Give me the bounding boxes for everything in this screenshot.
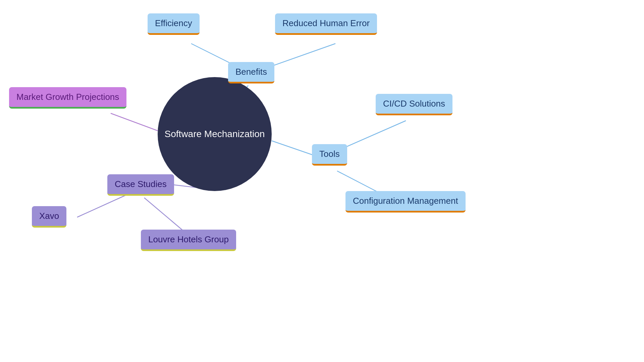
svg-line-3: [111, 113, 158, 131]
ci-cd-label: CI/CD Solutions: [383, 99, 445, 109]
benefits-node[interactable]: Benefits: [228, 62, 274, 83]
efficiency-label: Efficiency: [155, 18, 192, 28]
case-studies-node[interactable]: Case Studies: [107, 174, 174, 196]
market-growth-label: Market Growth Projections: [16, 92, 119, 102]
ci-cd-node[interactable]: CI/CD Solutions: [376, 94, 452, 115]
louvre-node[interactable]: Louvre Hotels Group: [141, 230, 236, 251]
reduced-human-error-node[interactable]: Reduced Human Error: [275, 13, 377, 35]
svg-line-5: [337, 121, 406, 151]
tools-node[interactable]: Tools: [312, 144, 347, 166]
market-growth-node[interactable]: Market Growth Projections: [9, 87, 126, 109]
xavo-node[interactable]: Xavo: [32, 206, 66, 228]
reduced-human-error-label: Reduced Human Error: [282, 18, 370, 28]
configuration-label: Configuration Management: [353, 196, 458, 206]
tools-label: Tools: [319, 149, 340, 159]
center-node: Software Mechanization: [158, 77, 272, 191]
xavo-label: Xavo: [39, 211, 59, 221]
case-studies-label: Case Studies: [115, 179, 167, 189]
efficiency-node[interactable]: Efficiency: [148, 13, 200, 35]
louvre-label: Louvre Hotels Group: [148, 234, 229, 244]
center-node-label: Software Mechanization: [165, 128, 265, 140]
svg-line-8: [77, 194, 127, 217]
configuration-node[interactable]: Configuration Management: [345, 191, 466, 213]
benefits-label: Benefits: [235, 67, 267, 77]
svg-line-9: [144, 198, 188, 235]
